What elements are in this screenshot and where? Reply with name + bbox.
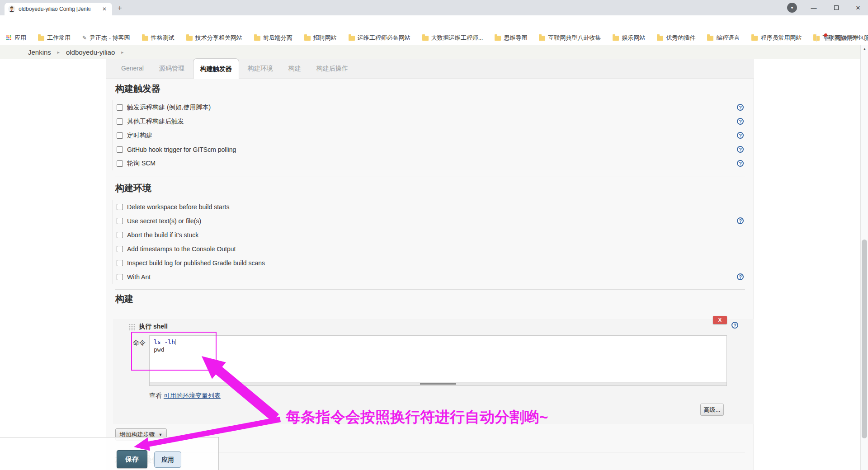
shell-step-card: 执行 shell X ? 命令 ls -lh pwd 查看 可用的环境变量列表 … <box>113 319 754 424</box>
close-window-button[interactable]: ✕ <box>848 0 868 15</box>
config-tab-bar: General 源码管理 构建触发器 构建环境 构建 构建后操作 <box>106 59 754 79</box>
chevron-down-icon: ▼ <box>159 432 163 437</box>
command-line-1: ls -lh <box>154 338 175 345</box>
config-tab-label: 构建 <box>288 65 301 72</box>
config-tab-label: 构建后操作 <box>316 65 348 72</box>
bookmark-item[interactable]: 娱乐网站 <box>613 34 645 42</box>
config-tab-label: 构建环境 <box>248 65 273 72</box>
bookmark-item[interactable]: 思维导图 <box>495 34 527 42</box>
bookmark-item[interactable]: 优秀的插件 <box>657 34 695 42</box>
bookmark-item[interactable]: 性格测试 <box>142 34 175 42</box>
bookmarks-list: 应用 工作常用 ✎ 尹正杰 - 博客园 性格测试 技术分享相关网站 前后端分离 … <box>0 34 868 42</box>
help-icon: ? <box>737 273 744 280</box>
scrollbar-thumb[interactable] <box>862 240 867 438</box>
help-icon: ? <box>737 160 744 167</box>
option-help[interactable]: ? <box>737 160 744 167</box>
folder-icon <box>657 36 663 41</box>
option-row: Delete workspace before build starts <box>113 200 747 214</box>
chevron-right-icon[interactable]: ▸ <box>57 50 60 55</box>
bookmark-item[interactable]: 招聘网站 <box>304 34 337 42</box>
bookmark-item[interactable]: 工作常用 <box>38 34 71 42</box>
advanced-button[interactable]: 高级... <box>700 404 724 416</box>
reading-list-label: 阅读清单 <box>835 34 859 42</box>
breadcrumb: Jenkins ▸ oldboyedu-yiliao ▸ <box>0 45 868 59</box>
section-title-triggers: 构建触发器 <box>115 83 160 95</box>
profile-chevron-icon[interactable]: ▼ <box>787 3 797 13</box>
bookmark-item[interactable]: 运维工程师必备网站 <box>349 34 410 42</box>
bookmark-label: 前后端分离 <box>263 34 292 42</box>
bookmark-item[interactable]: 应用 <box>6 34 26 42</box>
command-textarea[interactable]: ls -lh pwd <box>149 335 727 382</box>
checkbox[interactable] <box>117 204 123 210</box>
option-help[interactable]: ? <box>737 273 744 280</box>
help-icon: ? <box>737 132 744 139</box>
config-tab[interactable]: 构建触发器 <box>193 58 239 79</box>
config-tab[interactable]: 构建 <box>282 58 308 79</box>
option-label: 触发远程构建 (例如,使用脚本) <box>127 103 211 112</box>
checkbox[interactable] <box>117 132 123 139</box>
bookmark-label: 技术分享相关网站 <box>195 34 242 42</box>
bookmark-item[interactable]: 程序员常用网站 <box>751 34 802 42</box>
option-help[interactable]: ? <box>737 217 744 224</box>
bookmarks-bar: 应用 工作常用 ✎ 尹正杰 - 博客园 性格测试 技术分享相关网站 前后端分离 … <box>0 31 868 45</box>
maximize-button[interactable] <box>826 0 846 15</box>
reading-list-button[interactable]: 阅读清单 <box>816 31 859 45</box>
bookmark-item[interactable]: 编程语言 <box>707 34 740 42</box>
chevron-right-icon[interactable]: ▸ <box>121 50 123 55</box>
step-help[interactable]: ? <box>731 322 738 329</box>
option-row: Abort the build if it's stuck <box>113 228 747 242</box>
config-tab[interactable]: 构建后操作 <box>310 58 355 79</box>
option-label: 定时构建 <box>127 132 152 140</box>
checkbox[interactable] <box>117 246 123 252</box>
apply-button[interactable]: 应用 <box>154 451 181 468</box>
option-label: Delete workspace before build starts <box>127 203 229 211</box>
env-vars-link[interactable]: 可用的环境变量列表 <box>164 392 221 399</box>
config-tab-label: 构建触发器 <box>200 65 232 72</box>
checkbox[interactable] <box>117 232 123 238</box>
minimize-button[interactable]: — <box>804 0 824 15</box>
tab-close-icon[interactable]: ✕ <box>100 6 108 12</box>
breadcrumb-job[interactable]: oldboyedu-yiliao <box>66 48 115 56</box>
bookmark-item[interactable]: 互联网典型八卦收集 <box>539 34 601 42</box>
checkbox[interactable] <box>117 274 123 280</box>
textarea-resize-handle[interactable] <box>149 382 727 386</box>
help-icon: ? <box>731 322 738 329</box>
new-tab-button[interactable]: + <box>118 4 122 13</box>
config-tab[interactable]: 源码管理 <box>152 58 191 79</box>
save-button[interactable]: 保存 <box>117 450 147 468</box>
bookmark-item[interactable]: 大数据运维工程师... <box>422 34 483 42</box>
drag-handle-icon[interactable] <box>128 324 135 330</box>
breadcrumb-jenkins[interactable]: Jenkins <box>28 48 51 56</box>
command-label: 命令 <box>133 339 146 347</box>
folder-icon <box>38 36 44 41</box>
divider <box>115 177 745 177</box>
option-help[interactable]: ? <box>737 146 744 153</box>
scrollbar-up-icon[interactable]: ▲ <box>861 47 868 51</box>
bookmark-item[interactable]: ✎ 尹正杰 - 博客园 <box>82 34 130 42</box>
checkbox[interactable] <box>117 218 123 224</box>
option-help[interactable]: ? <box>737 118 744 125</box>
option-help[interactable]: ? <box>737 132 744 139</box>
option-label: 轮询 SCM <box>127 160 156 168</box>
command-line-2: pwd <box>154 346 164 353</box>
checkbox[interactable] <box>117 160 123 167</box>
folder-icon <box>186 36 193 41</box>
bookmark-item[interactable]: 技术分享相关网站 <box>186 34 242 42</box>
browser-tab[interactable]: oldboyedu-yiliao Config [Jenki ✕ <box>5 3 112 15</box>
option-label: Use secret text(s) or file(s) <box>127 217 201 225</box>
config-tab[interactable]: General <box>114 58 151 79</box>
maximize-icon <box>834 5 839 10</box>
delete-step-button[interactable]: X <box>713 316 727 324</box>
checkbox[interactable] <box>117 118 123 125</box>
apps-icon <box>6 35 12 41</box>
checkbox[interactable] <box>117 104 123 111</box>
trigger-options-group: 触发远程构建 (例如,使用脚本) ? 其他工程构建后触发 ? 定时构建 ? Gi… <box>113 100 747 170</box>
environment-options-group: Delete workspace before build starts Use… <box>113 200 747 284</box>
option-row: 其他工程构建后触发 ? <box>113 114 747 128</box>
bookmark-item[interactable]: 前后端分离 <box>254 34 292 42</box>
config-tab[interactable]: 构建环境 <box>241 58 280 79</box>
option-help[interactable]: ? <box>737 104 744 111</box>
checkbox[interactable] <box>117 146 123 153</box>
checkbox[interactable] <box>117 260 123 266</box>
folder-icon <box>304 36 311 41</box>
